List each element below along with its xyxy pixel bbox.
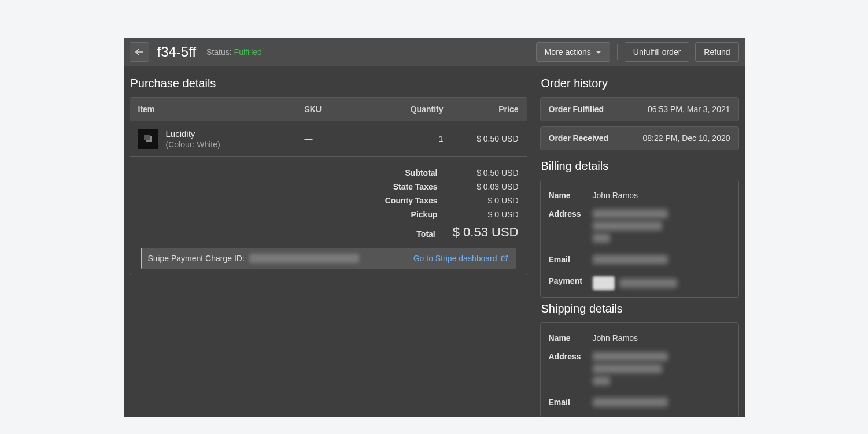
- state-tax-value: $ 0.03 USD: [455, 182, 519, 191]
- product-name: Lucidity: [166, 128, 305, 140]
- county-tax-row: County Taxes $ 0 USD: [138, 194, 519, 207]
- billing-payment-row: Payment: [549, 272, 730, 295]
- billing-name-row: Name John Ramos: [549, 186, 730, 205]
- billing-email-label: Email: [549, 255, 585, 267]
- line-price: $ 0.50 USD: [444, 134, 519, 143]
- order-history-title: Order history: [540, 72, 739, 97]
- header-actions: More actions Unfulfill order Refund: [536, 42, 739, 62]
- shipping-name-label: Name: [549, 333, 585, 343]
- total-value: $ 0.53 USD: [453, 224, 519, 240]
- line-sku: —: [305, 134, 374, 143]
- county-tax-value: $ 0 USD: [455, 196, 519, 205]
- billing-payment-redacted: [593, 276, 730, 290]
- shipping-name-value: John Ramos: [593, 333, 730, 343]
- subtotal-value: $ 0.50 USD: [455, 168, 519, 177]
- stripe-charge-id-redacted: [249, 254, 359, 263]
- refund-button[interactable]: Refund: [695, 42, 738, 62]
- billing-address-row: Address: [549, 205, 730, 250]
- more-actions-label: More actions: [545, 47, 591, 57]
- billing-email-row: Email: [549, 250, 730, 272]
- history-item: Order Received 08:22 PM, Dec 10, 2020: [540, 126, 739, 150]
- product-variant: (Colour: White): [166, 140, 305, 149]
- billing-address-redacted: [593, 209, 730, 246]
- state-tax-label: State Taxes: [393, 182, 438, 191]
- back-button[interactable]: [130, 42, 149, 62]
- shipping-card: Name John Ramos Address Email: [540, 322, 739, 417]
- total-label: Total: [416, 224, 435, 240]
- pickup-row: Pickup $ 0 USD: [138, 207, 519, 221]
- left-column: Purchase details Item SKU Quantity Price…: [130, 72, 527, 417]
- caret-down-icon: [596, 51, 601, 54]
- line-qty: 1: [374, 134, 444, 143]
- col-qty: Quantity: [374, 105, 444, 114]
- shipping-address-label: Address: [549, 352, 585, 388]
- shipping-email-row: Email: [549, 393, 730, 414]
- history-label: Order Fulfilled: [549, 105, 604, 114]
- history-label: Order Received: [549, 133, 609, 143]
- billing-address-label: Address: [549, 209, 585, 246]
- purchase-card: Item SKU Quantity Price Lucidity (Colour…: [130, 97, 527, 275]
- shipping-details-title: Shipping details: [540, 298, 739, 322]
- shipping-address-redacted: [593, 352, 730, 388]
- panel-header: f34-5ff Status: Fulfilled More actions U…: [124, 38, 745, 66]
- billing-email-redacted: [593, 255, 730, 267]
- pickup-label: Pickup: [411, 210, 438, 219]
- product-thumbnail[interactable]: [138, 129, 158, 149]
- purchase-table-header: Item SKU Quantity Price: [130, 98, 527, 121]
- total-row: Total $ 0.53 USD: [138, 221, 519, 242]
- history-time: 06:53 PM, Mar 3, 2021: [648, 105, 730, 114]
- col-sku: SKU: [305, 105, 374, 114]
- stripe-link-text: Go to Stripe dashboard: [413, 254, 497, 263]
- billing-details-title: Billing details: [540, 155, 739, 180]
- right-column: Order history Order Fulfilled 06:53 PM, …: [540, 72, 739, 417]
- order-id: f34-5ff: [157, 44, 197, 60]
- svg-line-1: [504, 255, 507, 259]
- shipping-address-row: Address: [549, 347, 730, 393]
- state-tax-row: State Taxes $ 0.03 USD: [138, 180, 519, 194]
- panel-content: Purchase details Item SKU Quantity Price…: [124, 66, 745, 417]
- subtotal-label: Subtotal: [405, 168, 438, 177]
- line-item: Lucidity (Colour: White) — 1 $ 0.50 USD: [130, 121, 527, 157]
- more-actions-button[interactable]: More actions: [536, 42, 610, 62]
- county-tax-label: County Taxes: [385, 196, 438, 205]
- history-item: Order Fulfilled 06:53 PM, Mar 3, 2021: [540, 97, 739, 121]
- divider: [617, 44, 618, 60]
- subtotal-row: Subtotal $ 0.50 USD: [138, 166, 519, 180]
- external-link-icon: [501, 254, 508, 262]
- status-label: Status:: [206, 47, 232, 57]
- stripe-charge-bar: Stripe Payment Charge ID: Go to Stripe d…: [141, 248, 516, 269]
- shipping-email-redacted: [593, 398, 730, 410]
- billing-payment-label: Payment: [549, 276, 585, 290]
- col-item: Item: [138, 105, 305, 114]
- totals-section: Subtotal $ 0.50 USD State Taxes $ 0.03 U…: [130, 157, 527, 275]
- history-time: 08:22 PM, Dec 10, 2020: [643, 133, 730, 143]
- unfulfill-button[interactable]: Unfulfill order: [625, 42, 689, 62]
- col-price: Price: [444, 105, 519, 114]
- purchase-details-title: Purchase details: [130, 72, 527, 97]
- billing-card: Name John Ramos Address Email Paym: [540, 180, 739, 298]
- order-status: Status: Fulfilled: [206, 47, 528, 57]
- shipping-email-label: Email: [549, 398, 585, 410]
- pickup-value: $ 0 USD: [455, 210, 519, 219]
- billing-name-label: Name: [549, 191, 585, 200]
- arrow-left-icon: [134, 47, 145, 57]
- status-value: Fulfilled: [234, 47, 262, 57]
- order-panel: f34-5ff Status: Fulfilled More actions U…: [124, 38, 745, 417]
- stripe-dashboard-link[interactable]: Go to Stripe dashboard: [413, 254, 508, 263]
- billing-name-value: John Ramos: [593, 191, 730, 200]
- stripe-charge-label: Stripe Payment Charge ID:: [148, 254, 245, 263]
- shipping-name-row: Name John Ramos: [549, 329, 730, 347]
